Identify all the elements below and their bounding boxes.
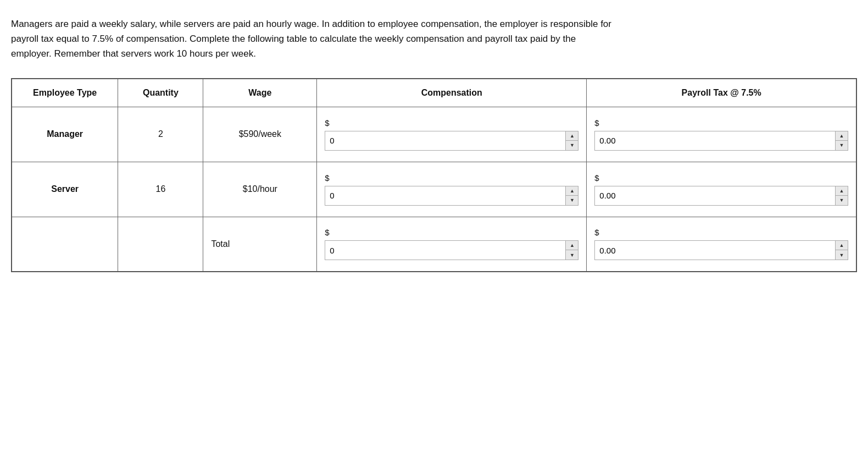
compensation-manager-spinner: ▲ ▼: [566, 131, 578, 151]
payroll-tax-manager-input[interactable]: [594, 131, 836, 151]
header-employee-type: Employee Type: [12, 79, 118, 107]
payroll-tax-manager-up[interactable]: ▲: [836, 131, 848, 141]
employee-type-manager: Manager: [12, 107, 118, 162]
compensation-total-down[interactable]: ▼: [566, 250, 578, 260]
header-quantity: Quantity: [118, 79, 203, 107]
compensation-manager-down[interactable]: ▼: [566, 141, 578, 150]
dollar-sign: $: [594, 228, 599, 237]
wage-manager: $590/week: [203, 107, 317, 162]
header-compensation: Compensation: [317, 79, 587, 107]
compensation-total-cell: $ ▲ ▼: [317, 217, 587, 272]
payroll-tax-manager-down[interactable]: ▼: [836, 141, 848, 150]
payroll-tax-server-down[interactable]: ▼: [836, 196, 848, 205]
compensation-server-down[interactable]: ▼: [566, 196, 578, 205]
compensation-server-cell: $ ▲ ▼: [317, 162, 587, 217]
table-row: Manager 2 $590/week $ ▲ ▼: [12, 107, 856, 162]
quantity-manager: 2: [118, 107, 203, 162]
quantity-server: 16: [118, 162, 203, 217]
compensation-server-input[interactable]: [325, 186, 566, 206]
table-row: Server 16 $10/hour $ ▲ ▼: [12, 162, 856, 217]
payroll-tax-manager-cell: $ ▲ ▼: [587, 107, 856, 162]
dollar-sign: $: [325, 228, 329, 237]
compensation-manager-up[interactable]: ▲: [566, 131, 578, 141]
payroll-tax-total-spinner: ▲ ▼: [836, 240, 848, 260]
compensation-total-up[interactable]: ▲: [566, 241, 578, 250]
total-row: Total $ ▲ ▼ $: [12, 217, 856, 272]
employee-type-server: Server: [12, 162, 118, 217]
payroll-tax-total-input[interactable]: [594, 240, 836, 260]
header-payroll-tax: Payroll Tax @ 7.5%: [587, 79, 856, 107]
compensation-manager-cell: $ ▲ ▼: [317, 107, 587, 162]
total-label: Total: [203, 217, 317, 272]
payroll-tax-server-cell: $ ▲ ▼: [587, 162, 856, 217]
payroll-tax-manager-spinner: ▲ ▼: [836, 131, 848, 151]
compensation-total-input[interactable]: [325, 240, 566, 260]
total-quantity: [118, 217, 203, 272]
payroll-tax-server-spinner: ▲ ▼: [836, 186, 848, 206]
compensation-server-spinner: ▲ ▼: [566, 186, 578, 206]
compensation-table: Employee Type Quantity Wage Compensation…: [11, 78, 857, 273]
intro-paragraph: Managers are paid a weekly salary, while…: [11, 16, 615, 62]
compensation-manager-input[interactable]: [325, 131, 566, 151]
total-employee-type: [12, 217, 118, 272]
payroll-tax-total-down[interactable]: ▼: [836, 250, 848, 260]
wage-server: $10/hour: [203, 162, 317, 217]
payroll-tax-server-input[interactable]: [594, 186, 836, 206]
payroll-tax-total-up[interactable]: ▲: [836, 241, 848, 250]
dollar-sign: $: [325, 173, 329, 183]
compensation-total-spinner: ▲ ▼: [566, 240, 578, 260]
dollar-sign: $: [594, 118, 599, 128]
header-wage: Wage: [203, 79, 317, 107]
payroll-tax-server-up[interactable]: ▲: [836, 186, 848, 196]
payroll-tax-total-cell: $ ▲ ▼: [587, 217, 856, 272]
compensation-server-up[interactable]: ▲: [566, 186, 578, 196]
dollar-sign: $: [594, 173, 599, 183]
dollar-sign: $: [325, 118, 329, 128]
